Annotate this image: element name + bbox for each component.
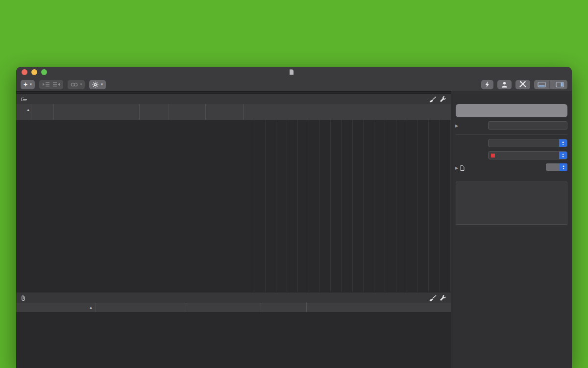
person-icon: [501, 81, 508, 88]
inspector-tabs: [456, 104, 567, 117]
attachments-bar: [16, 292, 451, 304]
indent-icon: [42, 82, 50, 87]
status-new-icon: [491, 154, 495, 158]
tools-icon: [519, 81, 526, 88]
window-chrome: +▾ ▾ ▾: [16, 67, 572, 92]
attachments-table: [16, 312, 451, 368]
link-icon: [71, 82, 78, 87]
chevron-up-down-icon: ▴▾: [559, 152, 567, 159]
attachments-header: ▲: [16, 303, 451, 313]
bottom-panel-icon: [538, 81, 546, 88]
actions-gear-button[interactable]: ▾: [89, 80, 106, 89]
format-brush-icon[interactable]: [429, 295, 437, 301]
attachments-column-author[interactable]: [96, 303, 186, 312]
attachments-column-title[interactable]: ▲: [16, 303, 96, 312]
work-breakdown-bar: [16, 93, 451, 105]
settings-wrench-icon[interactable]: [440, 96, 446, 103]
attachments-column-tags[interactable]: [261, 303, 307, 312]
quick-actions-button[interactable]: [481, 80, 493, 89]
app-window: +▾ ▾ ▾: [16, 67, 572, 368]
comment-textarea[interactable]: [456, 182, 567, 225]
toolbar: +▾ ▾ ▾: [16, 78, 572, 91]
link-tasks-button[interactable]: ▾: [68, 80, 85, 89]
settings-wrench-icon[interactable]: [440, 294, 446, 301]
add-item-button[interactable]: +▾: [21, 80, 35, 89]
right-panel-icon: [556, 81, 564, 88]
column-header-title[interactable]: [54, 104, 140, 120]
toggle-right-panel-button[interactable]: [552, 80, 567, 89]
window-title: [289, 69, 299, 75]
disclosure-triangle[interactable]: ▶: [455, 166, 460, 170]
lightning-icon: [485, 81, 490, 88]
outline-and-gantt: [16, 120, 451, 292]
resources-button[interactable]: [497, 80, 512, 89]
gantt-chart: [244, 120, 451, 292]
column-header-number[interactable]: ▲: [16, 104, 31, 120]
chevron-up-down-icon: ▴▾: [559, 139, 567, 147]
chevron-up-down-icon: ▴▾: [560, 163, 567, 171]
document-icon: [460, 165, 465, 171]
outdent-icon: [52, 82, 60, 87]
inspector-sidebar: ▶ ▴▾ ▴▾ ▶ ▴▾: [451, 91, 572, 368]
document-icon: [289, 69, 294, 75]
title-input[interactable]: [488, 121, 567, 130]
column-header-given-work[interactable]: [140, 104, 169, 120]
work-breakdown-icon: [21, 97, 27, 102]
column-header-given-earliest-start[interactable]: [169, 104, 206, 120]
minimize-window-button[interactable]: [31, 69, 37, 75]
settings-tools-button[interactable]: [515, 80, 530, 89]
column-header-resources[interactable]: [206, 104, 244, 120]
zoom-window-button[interactable]: [41, 69, 47, 75]
main-panel: ▲ ▲: [16, 91, 451, 368]
toggle-bottom-panel-button[interactable]: [534, 80, 550, 89]
disclosure-triangle[interactable]: ▶: [455, 124, 460, 128]
file-action-popup[interactable]: ▴▾: [546, 163, 567, 171]
gear-icon: [92, 81, 98, 88]
gantt-background: [244, 120, 451, 292]
attachments-column-notes[interactable]: [307, 303, 451, 312]
format-brush-icon[interactable]: [429, 96, 437, 103]
paperclip-icon: [21, 295, 26, 301]
attachments-column-status[interactable]: [186, 303, 261, 312]
view-toggle-group: [534, 80, 567, 89]
status-popup[interactable]: ▴▾: [488, 151, 567, 159]
outline-header: ▲: [16, 104, 451, 120]
gantt-timescale[interactable]: [244, 104, 451, 120]
titlebar: [16, 67, 572, 78]
column-header-traits[interactable]: [31, 104, 54, 120]
close-window-button[interactable]: [22, 69, 27, 75]
indent-outdent-buttons[interactable]: [39, 80, 63, 89]
author-popup[interactable]: ▴▾: [488, 139, 567, 147]
